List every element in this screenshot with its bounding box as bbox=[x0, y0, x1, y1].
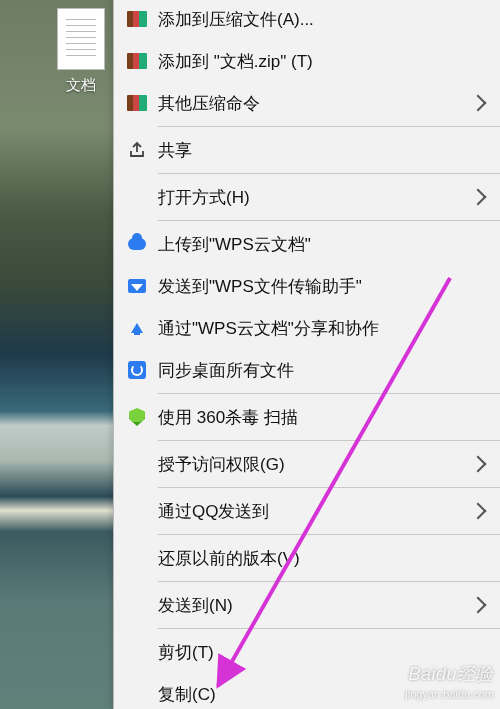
shield-icon bbox=[124, 406, 150, 428]
separator bbox=[158, 581, 500, 582]
separator bbox=[158, 628, 500, 629]
chevron-right-icon bbox=[470, 189, 487, 206]
menu-share-via-wps[interactable]: 通过"WPS云文档"分享和协作 bbox=[114, 307, 500, 349]
chevron-right-icon bbox=[470, 597, 487, 614]
menu-upload-wps-cloud[interactable]: 上传到"WPS云文档" bbox=[114, 223, 500, 265]
separator bbox=[158, 126, 500, 127]
menu-other-compress[interactable]: 其他压缩命令 bbox=[114, 82, 500, 124]
menu-send-wps-transfer[interactable]: 发送到"WPS文件传输助手" bbox=[114, 265, 500, 307]
archive-icon bbox=[124, 50, 150, 72]
chevron-right-icon bbox=[470, 456, 487, 473]
menu-add-to-zip[interactable]: 添加到 "文档.zip" (T) bbox=[114, 40, 500, 82]
chevron-right-icon bbox=[470, 95, 487, 112]
menu-scan-360[interactable]: 使用 360杀毒 扫描 bbox=[114, 396, 500, 438]
separator bbox=[158, 220, 500, 221]
share-icon bbox=[124, 139, 150, 161]
separator bbox=[158, 173, 500, 174]
menu-grant-access[interactable]: 授予访问权限(G) bbox=[114, 443, 500, 485]
separator bbox=[158, 393, 500, 394]
menu-share[interactable]: 共享 bbox=[114, 129, 500, 171]
chevron-right-icon bbox=[470, 503, 487, 520]
file-page-icon bbox=[57, 8, 105, 70]
menu-sync-desktop[interactable]: 同步桌面所有文件 bbox=[114, 349, 500, 391]
cloud-icon bbox=[124, 233, 150, 255]
watermark: Baidu经验 jingyan.baidu.com bbox=[405, 663, 494, 701]
menu-send-via-qq[interactable]: 通过QQ发送到 bbox=[114, 490, 500, 532]
separator bbox=[158, 440, 500, 441]
archive-icon bbox=[124, 8, 150, 30]
desktop-file[interactable]: 文档 bbox=[46, 8, 116, 95]
separator bbox=[158, 487, 500, 488]
context-menu: 添加到压缩文件(A)... 添加到 "文档.zip" (T) 其他压缩命令 共享… bbox=[113, 0, 500, 709]
archive-icon bbox=[124, 92, 150, 114]
menu-send-to[interactable]: 发送到(N) bbox=[114, 584, 500, 626]
separator bbox=[158, 534, 500, 535]
file-label: 文档 bbox=[46, 76, 116, 95]
folder-send-icon bbox=[124, 275, 150, 297]
upload-share-icon bbox=[124, 317, 150, 339]
sync-icon bbox=[124, 359, 150, 381]
menu-open-with[interactable]: 打开方式(H) bbox=[114, 176, 500, 218]
menu-add-to-archive[interactable]: 添加到压缩文件(A)... bbox=[114, 0, 500, 40]
menu-restore-previous[interactable]: 还原以前的版本(V) bbox=[114, 537, 500, 579]
